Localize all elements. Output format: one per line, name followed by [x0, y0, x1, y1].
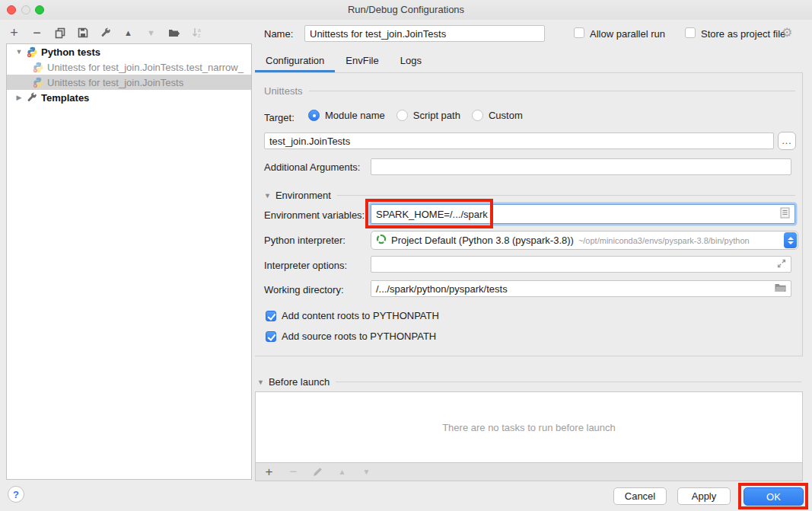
conda-environment-icon: [376, 234, 387, 247]
tree-item-python-tests[interactable]: ▼ Python tests: [7, 44, 251, 59]
before-launch-toolbar: + − ▲ ▼: [255, 463, 803, 481]
python-interpreter-select[interactable]: Project Default (Python 3.8 (pyspark-3.8…: [371, 231, 798, 250]
expand-field-icon[interactable]: [777, 259, 786, 270]
environment-variables-value: SPARK_HOME=/.../spark: [376, 209, 488, 220]
interpreter-options-label: Interpreter options:: [264, 260, 347, 271]
tab-logs[interactable]: Logs: [390, 50, 432, 72]
environment-variables-label: Environment variables:: [264, 209, 365, 221]
add-icon[interactable]: +: [8, 27, 21, 40]
allow-parallel-run-checkbox[interactable]: [574, 27, 584, 38]
tree-item-label: Unittests for test_join.JoinTests: [47, 77, 183, 88]
tab-envfile[interactable]: EnvFile: [335, 50, 389, 72]
python-interpreter-label: Python interpreter:: [264, 235, 345, 246]
configuration-panel: Unittests Target: Module name Script pat…: [255, 72, 803, 356]
move-down-icon: ▼: [145, 27, 158, 40]
unittests-group-header: Unittests: [264, 85, 797, 97]
before-launch-empty-text: There are no tasks to run before launch: [442, 422, 616, 433]
before-launch-section-title: Before launch: [269, 376, 330, 388]
chevron-down-icon[interactable]: ▼: [14, 48, 24, 56]
chevron-right-icon[interactable]: ▶: [14, 94, 24, 101]
working-directory-label: Working directory:: [264, 284, 344, 295]
python-tests-icon: [27, 46, 38, 58]
python-test-config-icon: [33, 77, 44, 88]
add-content-roots-checkbox[interactable]: [266, 311, 276, 321]
environment-section-header[interactable]: ▼ Environment: [264, 190, 797, 201]
dropdown-stepper-icon[interactable]: [784, 232, 797, 248]
working-directory-value: /.../spark/python/pyspark/tests: [376, 283, 508, 295]
separator-line: [336, 382, 801, 382]
save-icon[interactable]: [76, 27, 89, 40]
add-content-roots-label: Add content roots to PYTHONPATH: [282, 310, 439, 321]
edit-task-pencil-icon: [311, 465, 324, 478]
cancel-button[interactable]: Cancel: [613, 487, 667, 505]
separator-line: [309, 91, 795, 91]
additional-arguments-input[interactable]: [371, 158, 791, 175]
tree-item-unittests-jointests[interactable]: Unittests for test_join.JoinTests: [7, 75, 251, 90]
tree-item-label: Python tests: [41, 46, 100, 58]
folder-browse-icon[interactable]: [775, 283, 786, 295]
tab-configuration[interactable]: Configuration: [255, 50, 335, 72]
chevron-down-icon[interactable]: ▼: [257, 378, 264, 386]
store-as-project-file-checkbox[interactable]: [685, 27, 696, 38]
store-as-project-file-label: Store as project file: [701, 28, 785, 40]
python-test-config-icon: [33, 62, 44, 73]
svg-text:z: z: [198, 33, 200, 38]
additional-arguments-label: Additional Arguments:: [264, 161, 360, 173]
before-launch-task-list[interactable]: There are no tasks to run before launch: [255, 391, 803, 463]
module-name-input[interactable]: [264, 133, 774, 149]
tree-item-label: Templates: [41, 92, 89, 104]
move-task-up-icon: ▲: [336, 465, 349, 478]
interpreter-options-input[interactable]: [371, 256, 791, 273]
radio-script-path-label: Script path: [413, 110, 460, 121]
new-folder-icon[interactable]: [167, 27, 180, 40]
browse-button[interactable]: ...: [778, 132, 796, 150]
move-up-icon[interactable]: ▲: [122, 27, 135, 40]
configurations-tree: ▼ Python tests Unittests for test_join.J…: [6, 43, 252, 480]
settings-gear-icon[interactable]: ⚙: [782, 27, 792, 39]
name-label: Name:: [264, 28, 293, 40]
target-label: Target:: [264, 112, 295, 123]
separator-line: [337, 195, 795, 196]
move-task-down-icon: ▼: [360, 465, 373, 478]
run-debug-configurations-dialog: Run/Debug Configurations + − ▲ ▼ az ▼ Py: [0, 0, 812, 511]
radio-custom-label: Custom: [489, 110, 523, 121]
chevron-down-icon[interactable]: ▼: [264, 192, 271, 200]
radio-script-path[interactable]: [396, 110, 408, 121]
add-source-roots-label: Add source roots to PYTHONPATH: [282, 331, 436, 342]
python-interpreter-value: Project Default (Python 3.8 (pyspark-3.8…: [391, 235, 574, 246]
window-title: Run/Debug Configurations: [0, 4, 812, 15]
apply-button[interactable]: Apply: [677, 487, 731, 505]
help-button[interactable]: ?: [8, 486, 24, 503]
name-input[interactable]: [304, 25, 545, 42]
remove-icon[interactable]: −: [30, 27, 43, 40]
add-source-roots-row: Add source roots to PYTHONPATH: [266, 331, 436, 342]
radio-custom[interactable]: [472, 110, 483, 121]
svg-text:a: a: [198, 27, 201, 33]
title-bar: Run/Debug Configurations: [0, 0, 812, 20]
add-content-roots-row: Add content roots to PYTHONPATH: [266, 310, 439, 321]
unittests-group-title: Unittests: [264, 85, 303, 97]
configurations-toolbar: + − ▲ ▼ az: [8, 24, 203, 41]
radio-module-name-label: Module name: [325, 110, 385, 121]
configuration-tabs: Configuration EnvFile Logs: [255, 50, 432, 72]
add-task-icon[interactable]: +: [263, 465, 275, 478]
allow-parallel-run-label: Allow parallel run: [590, 28, 665, 40]
remove-task-icon: −: [287, 465, 300, 478]
ok-button[interactable]: OK: [744, 487, 804, 506]
working-directory-input[interactable]: /.../spark/python/pyspark/tests: [371, 280, 791, 297]
add-source-roots-checkbox[interactable]: [266, 331, 276, 342]
environment-section-title: Environment: [275, 190, 331, 201]
environment-variables-input[interactable]: SPARK_HOME=/.../spark: [371, 204, 795, 224]
tree-item-unittests-test-narrow[interactable]: Unittests for test_join.JoinTests.test_n…: [7, 59, 251, 75]
templates-wrench-icon: [27, 92, 38, 104]
sort-alphabetically-icon: az: [190, 27, 203, 40]
browse-variables-icon[interactable]: [780, 207, 790, 221]
radio-module-name[interactable]: [308, 110, 320, 121]
edit-templates-wrench-icon[interactable]: [99, 27, 112, 40]
python-interpreter-path: ~/opt/miniconda3/envs/pyspark-3.8/bin/py…: [578, 236, 783, 245]
tree-item-templates[interactable]: ▶ Templates: [7, 90, 251, 105]
tree-item-label: Unittests for test_join.JoinTests.test_n…: [47, 62, 244, 73]
copy-icon[interactable]: [53, 27, 66, 40]
target-radio-group: Module name Script path Custom: [308, 110, 523, 121]
before-launch-section-header[interactable]: ▼ Before launch: [255, 376, 803, 388]
